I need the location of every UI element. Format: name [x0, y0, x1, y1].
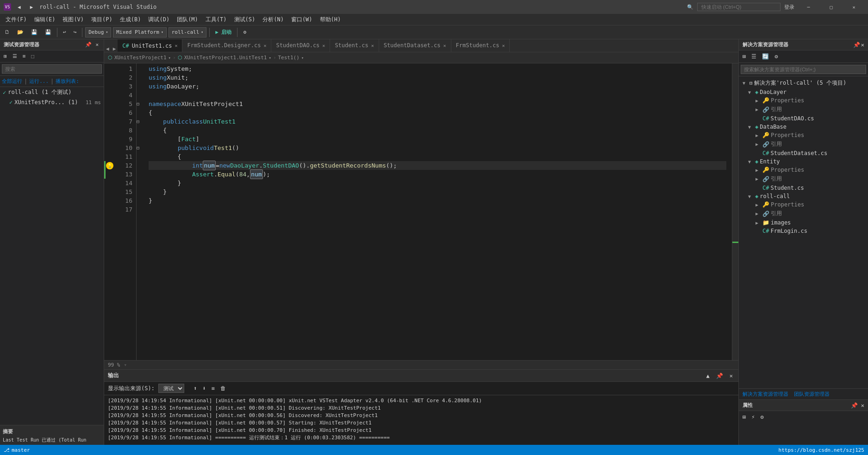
prop-t2[interactable]: ⚡ [749, 413, 756, 421]
out-btn2[interactable]: ⬇ [200, 384, 207, 393]
debug-mode-dropdown[interactable]: Debug ▾ [85, 27, 111, 37]
run-all-btn[interactable]: 全部运行 [2, 78, 22, 85]
tab-close2[interactable]: ✕ [322, 43, 325, 48]
scroll-bar[interactable] [732, 63, 738, 360]
minimize-btn[interactable]: ─ [798, 0, 819, 14]
icon-btn4[interactable]: ⬚ [29, 52, 36, 60]
fold10[interactable]: ⊟ [137, 145, 139, 150]
code-editor[interactable]: 💡 1 2 3 4 5 6 7 8 9 10 11 12 [104, 63, 738, 360]
prop-close-btn[interactable]: ✕ [861, 402, 864, 409]
menu-debug[interactable]: 调试(D) [144, 14, 173, 25]
fold7[interactable]: ⊟ [137, 119, 139, 124]
tree-database-studentdataset[interactable]: C# StudentDataset.cs [739, 149, 868, 157]
sol-t3[interactable]: 🔄 [760, 52, 771, 61]
sol-close-btn[interactable]: ✕ [861, 42, 864, 48]
run-btn[interactable]: 运行... [29, 78, 49, 85]
close-btn[interactable]: ✕ [843, 0, 864, 14]
menu-window[interactable]: 窗口(W) [287, 14, 316, 25]
output-close[interactable]: ✕ [728, 372, 735, 380]
sol-t2[interactable]: ☰ [749, 52, 758, 61]
tab-close-unittest1[interactable]: ✕ [175, 43, 177, 48]
sol-t1[interactable]: ⊞ [741, 52, 748, 61]
project-dropdown[interactable]: roll-call ▾ [169, 27, 206, 37]
tab-close4[interactable]: ✕ [443, 43, 446, 48]
prop-t3[interactable]: ⚙ [758, 413, 765, 421]
run-btn[interactable]: ▶ 启动 [212, 28, 234, 37]
sol-explorer-link[interactable]: 解决方案资源管理器 [743, 391, 788, 398]
quick-launch-input[interactable] [697, 3, 781, 11]
pin-btn[interactable]: 📌 [84, 41, 93, 48]
tree-rollcall[interactable]: ▼ ◈ roll-call [739, 192, 868, 200]
platform-dropdown[interactable]: Mixed Platform ▾ [113, 27, 167, 37]
zoom-expand[interactable]: ▾ [124, 362, 127, 368]
nav-back-btn[interactable]: ◀ [15, 3, 24, 11]
lightbulb-icon[interactable]: 💡 [106, 162, 113, 169]
tree-rollcall-frmlogin[interactable]: C# FrmLogin.cs [739, 227, 868, 235]
output-pin[interactable]: 📌 [714, 372, 725, 380]
output-up[interactable]: ▲ [705, 372, 712, 380]
tree-rollcall-props[interactable]: ▶ 🔑 Properties [739, 200, 868, 209]
menu-view[interactable]: 视图(V) [59, 14, 87, 25]
tree-entity[interactable]: ▼ ◈ Entity [739, 157, 868, 166]
path-dropdown2[interactable]: ▾ [269, 56, 271, 60]
tab-student[interactable]: Student.cs ✕ [330, 39, 379, 52]
path-dropdown3[interactable]: ▾ [301, 56, 304, 60]
menu-analyze[interactable]: 分析(N) [259, 14, 287, 25]
test-search-input[interactable] [2, 64, 102, 74]
redo-btn[interactable]: ↪ [71, 28, 80, 36]
tree-daolayer-studentdao[interactable]: C# StudentDAO.cs [739, 114, 868, 123]
tree-daolayer-refs[interactable]: ▶ 🔗 引用 [739, 105, 868, 114]
nav-forward-btn[interactable]: ▶ [27, 3, 36, 11]
tree-entity-refs[interactable]: ▶ 🔗 引用 [739, 174, 868, 184]
prop-t1[interactable]: ⊞ [741, 413, 748, 421]
new-btn[interactable]: 🗋 [2, 28, 12, 36]
menu-edit[interactable]: 编辑(E) [31, 14, 59, 25]
output-source-select[interactable]: 测试 [158, 384, 184, 393]
tree-database[interactable]: ▼ ◈ DataBase [739, 123, 868, 131]
tree-daolayer-props[interactable]: ▶ 🔑 Properties [739, 96, 868, 105]
tab-frmstudent[interactable]: FrmStudent.cs ✕ [451, 39, 510, 52]
tab-close5[interactable]: ✕ [502, 43, 505, 48]
out-btn4[interactable]: 🗑 [219, 384, 228, 393]
panel-close-btn[interactable]: ✕ [94, 41, 100, 48]
playlist-btn[interactable]: 播放列表: [56, 78, 79, 85]
path-dropdown1[interactable]: ▾ [169, 56, 171, 60]
tree-rollcall-refs[interactable]: ▶ 🔗 引用 [739, 209, 868, 218]
save-all-btn[interactable]: 💾 [42, 28, 54, 36]
tab-nav-left[interactable]: ◀ [104, 46, 111, 52]
tab-frmstudent-designer[interactable]: FrmStudent.Designer.cs ✕ [182, 39, 271, 52]
code-content[interactable]: using System; using Xunit; using DaoLaye… [143, 63, 732, 360]
tree-database-refs[interactable]: ▶ 🔗 引用 [739, 139, 868, 149]
debug-tools[interactable]: ⚙ [240, 28, 249, 36]
maximize-btn[interactable]: □ [821, 0, 842, 14]
sol-pin-btn[interactable]: 📌 [853, 42, 860, 48]
out-btn1[interactable]: ⬆ [192, 384, 199, 393]
team-explorer-link[interactable]: 团队资源管理器 [794, 391, 830, 398]
menu-project[interactable]: 项目(P) [87, 14, 116, 25]
tree-database-props[interactable]: ▶ 🔑 Properties [739, 131, 868, 139]
source-control-status[interactable]: ⎇ master [4, 447, 30, 453]
save-btn[interactable]: 💾 [28, 28, 40, 36]
test-item-xunit[interactable]: ✓ XUnitTestPro... (1) 11 ms [0, 98, 104, 107]
fold5[interactable]: ⊟ [137, 101, 139, 106]
icon-btn1[interactable]: ⊞ [2, 52, 9, 60]
menu-build[interactable]: 生成(B) [116, 14, 145, 25]
tab-nav-right[interactable]: ▶ [111, 46, 118, 52]
tree-entity-props[interactable]: ▶ 🔑 Properties [739, 166, 868, 174]
signin-btn[interactable]: 登录 [784, 4, 794, 11]
tree-entity-student[interactable]: C# Student.cs [739, 184, 868, 192]
tree-daolayer[interactable]: ▼ ◈ DaoLayer [739, 88, 868, 96]
tree-rollcall-images[interactable]: ▶ 📁 images [739, 218, 868, 227]
tab-close1[interactable]: ✕ [263, 43, 266, 48]
undo-btn[interactable]: ↩ [60, 28, 69, 36]
tab-close3[interactable]: ✕ [371, 43, 374, 48]
tab-studentdao[interactable]: StudentDAO.cs ✕ [271, 39, 330, 52]
tree-solution[interactable]: ▼ ⊟ 解决方案'roll-call' (5 个项目) [739, 78, 868, 88]
tab-unittest1[interactable]: C# UnitTest1.cs ✕ [118, 39, 182, 52]
icon-btn3[interactable]: ≡ [21, 52, 28, 60]
open-btn[interactable]: 📂 [14, 28, 26, 36]
prop-pin-btn[interactable]: 📌 [851, 402, 858, 409]
menu-file[interactable]: 文件(F) [2, 14, 31, 25]
menu-team[interactable]: 团队(M) [173, 14, 202, 25]
menu-help[interactable]: 帮助(H) [316, 14, 345, 25]
